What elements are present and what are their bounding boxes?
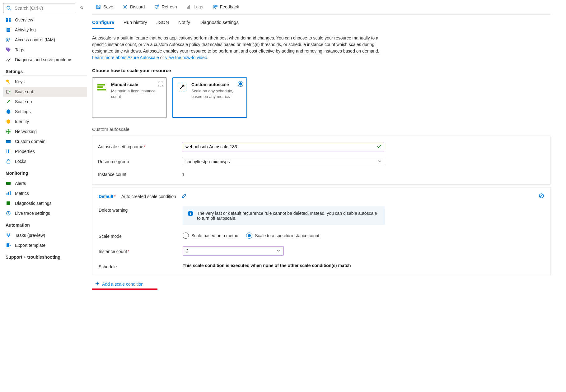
edit-condition-icon[interactable] [182,193,187,199]
desc-mid: or [160,55,165,60]
svg-point-42 [213,5,215,7]
metrics-icon [6,191,11,196]
nav-tags[interactable]: Tags [3,45,87,55]
save-label: Save [103,4,113,9]
nav-scale-out[interactable]: Scale out [3,87,87,97]
section-automation-title: Automation [3,218,87,229]
nav-overview[interactable]: Overview [3,15,87,25]
nav-access-control[interactable]: Access control (IAM) [3,35,87,45]
instance-count-value: 1 [182,172,185,177]
collapse-sidebar-icon[interactable] [78,4,85,12]
scale-mode-metric-radio[interactable]: Scale based on a metric [183,233,238,239]
feedback-icon [213,4,218,9]
main-content: Save Discard Refresh Logs Feedback Confi… [87,0,560,302]
nav-label: Identity [15,119,29,124]
svg-rect-2 [6,18,8,20]
svg-rect-43 [97,84,105,85]
cond-instance-count-select[interactable]: 2 [183,246,284,256]
tab-diagnostic-settings[interactable]: Diagnostic settings [199,18,239,29]
nav-activity-log[interactable]: Activity log [3,25,87,35]
scale-options: Manual scale Maintain a fixed instance c… [92,77,551,118]
nav-locks[interactable]: Locks [3,156,87,166]
tabs: Configure Run history JSON Notify Diagno… [92,15,551,29]
nav-settings[interactable]: Settings [3,107,87,117]
svg-rect-33 [7,243,9,247]
default-condition-box: Default* Auto created scale condition De… [92,187,551,275]
nav-alerts[interactable]: Alerts [3,178,87,188]
nav-diagnose[interactable]: Diagnose and solve problems [3,55,87,65]
nav-live-trace[interactable]: Live trace settings [3,208,87,218]
disable-condition-icon[interactable] [539,193,544,200]
search-input[interactable] [14,5,73,11]
delete-warning-label: Delete warning [99,206,183,213]
condition-name: Default* [99,194,116,199]
diagnostic-settings-icon [6,201,11,206]
nav-label: Tags [15,47,24,52]
autoscale-description: Autoscale is a built-in feature that hel… [92,35,391,61]
search-box[interactable] [3,3,75,13]
svg-rect-45 [97,89,106,90]
svg-rect-28 [7,201,10,205]
nav-label: Networking [15,129,37,134]
svg-rect-20 [7,150,7,153]
nav-tasks[interactable]: Tasks (preview) [3,230,87,240]
feedback-button[interactable]: Feedback [209,2,243,11]
learn-more-link[interactable]: Learn more about Azure Autoscale [92,55,159,60]
nav-diagnostic-settings[interactable]: Diagnostic settings [3,198,87,208]
tab-run-history[interactable]: Run history [124,18,147,29]
lock-icon [6,159,11,164]
add-scale-condition-button[interactable]: Add a scale condition [95,281,143,287]
cond-instance-count-label: Instance count* [99,248,183,254]
svg-point-9 [7,38,8,40]
nav-identity[interactable]: Identity [3,117,87,127]
manual-scale-title: Manual scale [111,82,162,87]
svg-line-1 [10,9,11,10]
choose-scale-heading: Choose how to scale your resource [92,68,551,73]
save-button[interactable]: Save [92,2,117,11]
custom-autoscale-card[interactable]: Custom autoscale Scale on any schedule, … [172,77,247,118]
manual-scale-radio[interactable] [158,81,163,86]
tab-configure[interactable]: Configure [92,18,114,29]
nav-metrics[interactable]: Metrics [3,188,87,198]
svg-rect-22 [10,150,10,153]
alerts-icon [6,181,11,186]
autoscale-name-input[interactable] [182,142,384,151]
nav-networking[interactable]: Networking [3,127,87,136]
nav-export-template[interactable]: Export template [3,240,87,250]
autoscale-form: Autoscale setting name* Resource group c… [92,136,551,185]
refresh-button[interactable]: Refresh [150,2,180,11]
tags-icon [6,47,11,53]
logs-icon [186,4,191,9]
scale-mode-label: Scale mode [99,233,183,239]
discard-button[interactable]: Discard [119,2,148,11]
svg-rect-41 [189,5,190,9]
svg-rect-26 [8,192,9,195]
custom-autoscale-radio[interactable] [238,81,243,87]
schedule-message: This scale condition is executed when no… [183,263,351,268]
svg-rect-24 [6,182,11,185]
diagnose-icon [6,57,11,62]
activity-log-icon [6,27,11,33]
tab-notify[interactable]: Notify [178,18,190,29]
nav-scale-up[interactable]: Scale up [3,97,87,107]
nav-label: Alerts [15,181,26,186]
export-template-icon [6,242,11,248]
logs-button: Logs [182,2,207,11]
autoscale-name-label: Autoscale setting name* [98,144,182,149]
nav-label: Properties [15,149,35,154]
svg-rect-40 [188,6,189,9]
scale-mode-fixed-radio[interactable]: Scale to a specific instance count [246,233,319,239]
valid-check-icon [377,144,382,150]
svg-point-10 [9,39,10,40]
svg-rect-36 [97,7,100,9]
custom-autoscale-label: Custom autoscale [92,127,551,132]
nav-custom-domain[interactable]: Custom domain [3,136,87,146]
howto-video-link[interactable]: view the how-to video [165,55,207,60]
nav-properties[interactable]: Properties [3,146,87,156]
resource-group-select[interactable]: chenyltestpremiumwps [182,157,384,166]
manual-scale-card[interactable]: Manual scale Maintain a fixed instance c… [92,77,167,118]
nav-keys[interactable]: Keys [3,77,87,87]
tab-json[interactable]: JSON [157,18,169,29]
nav-label: Diagnose and solve problems [15,57,72,62]
identity-icon [6,119,11,124]
